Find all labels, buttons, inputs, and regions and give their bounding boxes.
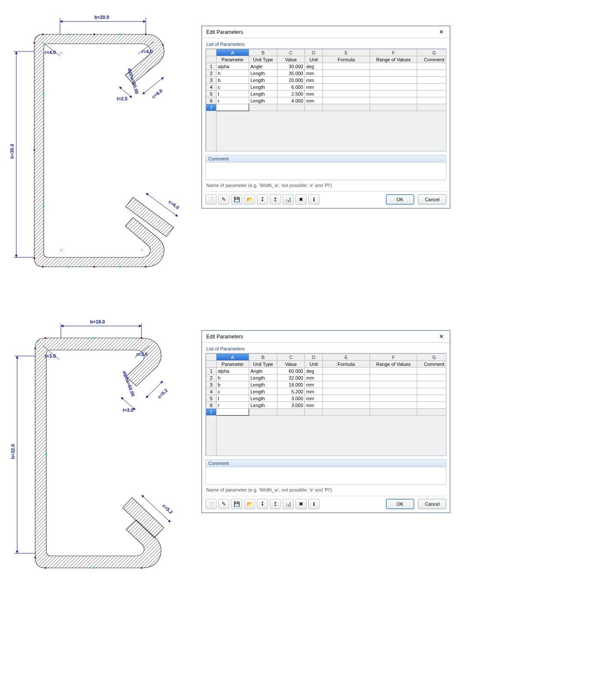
list-of-parameters-label: List of Parameters bbox=[205, 345, 446, 353]
col-letter-G[interactable]: G bbox=[417, 49, 446, 56]
table-row: 6rLength3.000mm bbox=[206, 402, 446, 409]
svg-point-14 bbox=[145, 33, 147, 35]
col-letter-E[interactable]: E bbox=[323, 49, 370, 56]
table-row: 4cLength6.000mm bbox=[206, 84, 446, 91]
name-hint: Name of parameter (e.g. 'Width_w', not p… bbox=[205, 485, 446, 494]
svg-point-39 bbox=[34, 347, 36, 349]
col-letter-F[interactable]: F bbox=[370, 354, 417, 361]
col-range[interactable]: Range of Values bbox=[370, 361, 417, 368]
svg-point-21 bbox=[145, 266, 147, 268]
col-letter-B[interactable]: B bbox=[249, 354, 277, 361]
name-hint: Name of parameter (e.g. 'Width_w', not p… bbox=[205, 180, 446, 190]
info-icon[interactable]: ℹ bbox=[308, 194, 319, 205]
export-icon[interactable]: ↥ bbox=[270, 499, 281, 509]
cancel-button[interactable]: Cancel bbox=[418, 499, 446, 509]
svg-point-24 bbox=[43, 94, 45, 95]
table-row: 2hLength35.000mm bbox=[206, 70, 446, 77]
col-value[interactable]: Value bbox=[277, 361, 305, 368]
import-icon[interactable]: ↧ bbox=[257, 194, 268, 205]
edit-parameters-dialog: Edit Parameters ✕ List of Parameters bbox=[202, 330, 450, 513]
col-letter-A[interactable]: A bbox=[217, 49, 249, 56]
ok-button[interactable]: OK bbox=[386, 194, 414, 205]
col-letter-G[interactable]: G bbox=[417, 354, 446, 361]
col-comment[interactable]: Comment bbox=[417, 361, 446, 368]
table-row: 3bLength20.000mm bbox=[206, 77, 446, 84]
dim-h: h=32.0 bbox=[10, 444, 15, 459]
dialog-title: Edit Parameters bbox=[206, 29, 243, 35]
col-letter-A[interactable]: A bbox=[217, 354, 249, 361]
col-unit[interactable]: Unit bbox=[305, 56, 323, 63]
col-unit[interactable]: Unit bbox=[305, 361, 323, 368]
svg-point-45 bbox=[93, 337, 94, 339]
svg-point-25 bbox=[43, 205, 45, 207]
comment-textarea[interactable] bbox=[205, 467, 446, 485]
dim-b: b=20.0 bbox=[94, 15, 109, 20]
dim-t: t=3.0 bbox=[123, 407, 133, 413]
col-comment[interactable]: Comment bbox=[417, 56, 446, 63]
col-letter-B[interactable]: B bbox=[249, 49, 277, 56]
table-row: 4cLength5.200mm bbox=[206, 388, 446, 395]
col-letter-D[interactable]: D bbox=[305, 49, 323, 56]
help-icon[interactable]: ❔ bbox=[205, 194, 217, 205]
open-icon[interactable]: 📂 bbox=[244, 499, 255, 509]
ok-button[interactable]: OK bbox=[386, 499, 414, 509]
svg-point-15 bbox=[162, 44, 164, 46]
svg-point-18 bbox=[33, 257, 35, 259]
edit-icon[interactable]: ✎ bbox=[218, 499, 229, 509]
svg-point-13 bbox=[93, 33, 95, 35]
col-letter-E[interactable]: E bbox=[323, 354, 370, 361]
col-letter-C[interactable]: C bbox=[277, 354, 305, 361]
svg-point-22 bbox=[68, 33, 69, 35]
col-unit-type[interactable]: Unit Type bbox=[249, 361, 277, 368]
col-value[interactable]: Value bbox=[277, 56, 305, 63]
col-letter-C[interactable]: C bbox=[277, 49, 305, 56]
save-icon[interactable]: 💾 bbox=[231, 194, 242, 205]
section-sketch-1: b=20.0 h=35.0 r=4.0 r=4.0 alpha=30.00 t=… bbox=[4, 9, 193, 287]
delete-icon[interactable]: ✖ bbox=[295, 499, 307, 509]
delete-icon[interactable]: ✖ bbox=[295, 194, 307, 205]
parameters-grid[interactable]: A B C D E F G Parameter U bbox=[205, 48, 446, 151]
open-icon[interactable]: 📂 bbox=[244, 194, 255, 205]
parameter-name-input[interactable] bbox=[217, 409, 249, 416]
profile-outline bbox=[35, 338, 161, 568]
col-parameter[interactable]: Parameter bbox=[217, 56, 249, 63]
parameters-grid[interactable]: A B C D E F G Parameter U bbox=[205, 353, 446, 456]
export-icon[interactable]: ↥ bbox=[270, 194, 281, 205]
table-row: 1alphaAngle30.000deg bbox=[206, 63, 446, 70]
edit-icon[interactable]: ✎ bbox=[218, 194, 229, 205]
cancel-button[interactable]: Cancel bbox=[418, 194, 446, 205]
col-unit-type[interactable]: Unit Type bbox=[249, 56, 277, 63]
profile-outline bbox=[34, 34, 164, 267]
edit-parameters-dialog: Edit Parameters ✕ List of Parameters bbox=[202, 26, 450, 208]
calc-icon[interactable]: 📊 bbox=[283, 499, 294, 509]
col-range[interactable]: Range of Values bbox=[370, 56, 417, 63]
info-icon[interactable]: ℹ bbox=[308, 499, 319, 509]
table-row: 1alphaAngle60.000deg bbox=[206, 368, 446, 374]
dim-c2: c=6.0 bbox=[168, 199, 181, 210]
svg-point-17 bbox=[33, 149, 35, 151]
table-row: 5tLength2.500mm bbox=[206, 91, 446, 97]
close-icon[interactable]: ✕ bbox=[436, 29, 446, 35]
svg-point-16 bbox=[132, 83, 134, 84]
calc-icon[interactable]: 📊 bbox=[283, 194, 294, 205]
comment-textarea[interactable] bbox=[205, 162, 446, 180]
dim-r2: r=3.0 bbox=[136, 352, 148, 357]
save-icon[interactable]: 💾 bbox=[231, 499, 242, 509]
col-formula[interactable]: Formula bbox=[323, 361, 370, 368]
close-icon[interactable]: ✕ bbox=[436, 333, 446, 340]
help-icon[interactable]: ❔ bbox=[205, 499, 217, 509]
svg-point-42 bbox=[34, 557, 36, 558]
col-letter-D[interactable]: D bbox=[305, 354, 323, 361]
dim-r2: r=4.0 bbox=[141, 49, 153, 54]
col-formula[interactable]: Formula bbox=[323, 56, 370, 63]
import-icon[interactable]: ↧ bbox=[257, 499, 268, 509]
dim-r1: r=4.0 bbox=[45, 50, 56, 55]
table-row-active: 7 bbox=[206, 409, 446, 416]
parameter-name-input[interactable] bbox=[217, 104, 249, 111]
dim-c2: c=5.2 bbox=[162, 503, 174, 515]
col-parameter[interactable]: Parameter bbox=[217, 361, 249, 368]
col-letter-F[interactable]: F bbox=[370, 49, 417, 56]
dim-r1: r=3.0 bbox=[45, 353, 56, 359]
svg-point-46 bbox=[45, 454, 47, 456]
table-row-active: 7 bbox=[206, 104, 446, 111]
